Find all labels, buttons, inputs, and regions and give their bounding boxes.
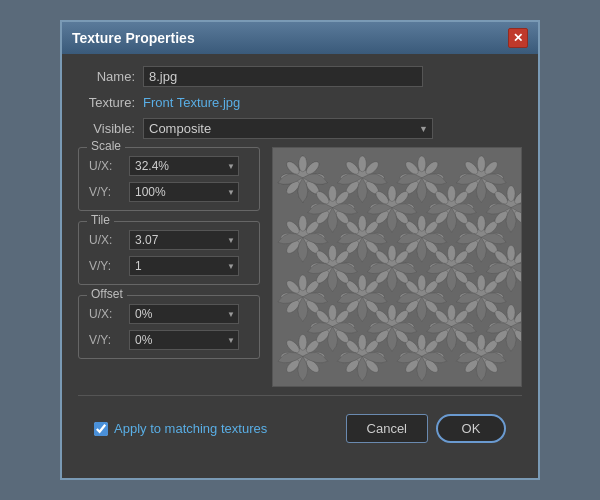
- tile-group: Tile U/X: 3.07 V/Y: 1: [78, 221, 260, 285]
- texture-value: Front Texture.jpg: [143, 95, 240, 110]
- tile-ux-row: U/X: 3.07: [89, 230, 249, 250]
- scale-ux-label: U/X:: [89, 159, 129, 173]
- offset-ux-label: U/X:: [89, 307, 129, 321]
- cancel-button[interactable]: Cancel: [346, 414, 428, 443]
- offset-ux-dropdown-wrapper: 0%: [129, 304, 239, 324]
- tile-vy-dropdown-wrapper: 1: [129, 256, 239, 276]
- main-content: Scale U/X: 32.4% V/Y: 100%: [78, 147, 522, 387]
- offset-vy-dropdown-wrapper: 0%: [129, 330, 239, 350]
- tile-vy-label: V/Y:: [89, 259, 129, 273]
- offset-ux-select[interactable]: 0%: [129, 304, 239, 324]
- texture-properties-dialog: Texture Properties ✕ Name: Texture: Fron…: [60, 20, 540, 480]
- separator: [78, 395, 522, 396]
- scale-ux-dropdown-wrapper: 32.4%: [129, 156, 239, 176]
- apply-checkbox-text: Apply to matching textures: [114, 421, 267, 436]
- offset-group: Offset U/X: 0% V/Y: 0%: [78, 295, 260, 359]
- visible-select[interactable]: Composite Front Back None: [143, 118, 433, 139]
- scale-ux-select[interactable]: 32.4%: [129, 156, 239, 176]
- title-bar: Texture Properties ✕: [62, 22, 538, 54]
- scale-vy-select[interactable]: 100%: [129, 182, 239, 202]
- bottom-bar: Apply to matching textures Cancel OK: [78, 404, 522, 453]
- buttons-group: Cancel OK: [346, 414, 506, 443]
- left-panel: Scale U/X: 32.4% V/Y: 100%: [78, 147, 260, 387]
- offset-vy-select[interactable]: 0%: [129, 330, 239, 350]
- texture-row: Texture: Front Texture.jpg: [78, 95, 522, 110]
- ok-button[interactable]: OK: [436, 414, 506, 443]
- tile-ux-select[interactable]: 3.07: [129, 230, 239, 250]
- offset-vy-row: V/Y: 0%: [89, 330, 249, 350]
- dialog-title: Texture Properties: [72, 30, 195, 46]
- scale-title: Scale: [87, 139, 125, 153]
- texture-preview: [272, 147, 522, 387]
- offset-title: Offset: [87, 287, 127, 301]
- scale-group: Scale U/X: 32.4% V/Y: 100%: [78, 147, 260, 211]
- scale-vy-row: V/Y: 100%: [89, 182, 249, 202]
- name-input[interactable]: [143, 66, 423, 87]
- tile-title: Tile: [87, 213, 114, 227]
- scale-vy-label: V/Y:: [89, 185, 129, 199]
- tile-vy-select[interactable]: 1: [129, 256, 239, 276]
- svg-rect-10: [273, 148, 521, 386]
- texture-label: Texture:: [78, 95, 143, 110]
- visible-row: Visible: Composite Front Back None: [78, 118, 522, 139]
- visible-label: Visible:: [78, 121, 143, 136]
- offset-ux-row: U/X: 0%: [89, 304, 249, 324]
- scale-ux-row: U/X: 32.4%: [89, 156, 249, 176]
- tile-ux-label: U/X:: [89, 233, 129, 247]
- name-label: Name:: [78, 69, 143, 84]
- close-button[interactable]: ✕: [508, 28, 528, 48]
- offset-vy-label: V/Y:: [89, 333, 129, 347]
- visible-select-wrapper: Composite Front Back None: [143, 118, 433, 139]
- name-row: Name:: [78, 66, 522, 87]
- dialog-body: Name: Texture: Front Texture.jpg Visible…: [62, 54, 538, 465]
- apply-checkbox[interactable]: [94, 422, 108, 436]
- apply-checkbox-label[interactable]: Apply to matching textures: [94, 421, 267, 436]
- tile-ux-dropdown-wrapper: 3.07: [129, 230, 239, 250]
- texture-svg: [273, 148, 521, 386]
- tile-vy-row: V/Y: 1: [89, 256, 249, 276]
- scale-vy-dropdown-wrapper: 100%: [129, 182, 239, 202]
